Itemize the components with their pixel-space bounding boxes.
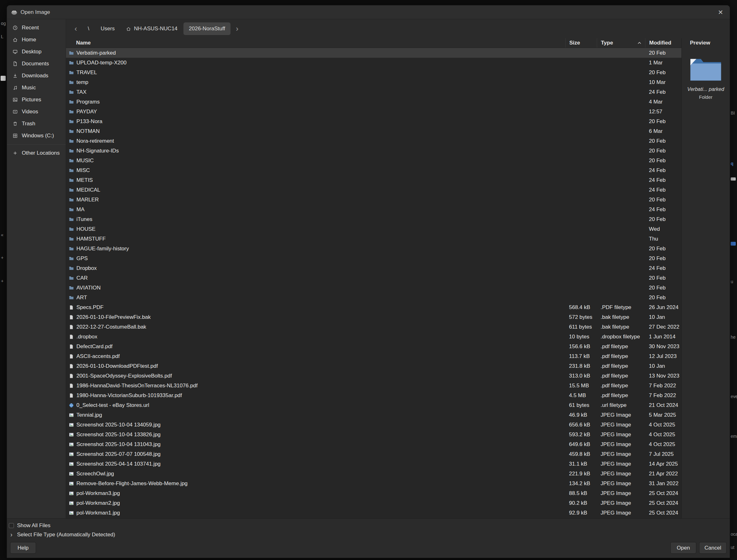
breadcrumb-users[interactable]: Users [95,22,120,35]
sidebar-item-music[interactable]: Music [7,82,66,94]
file-name: Tennial.jpg [76,412,102,418]
file-row[interactable]: pol-Workman3.jpg88.5 kBJPEG Image25 Oct … [66,488,681,498]
folder-icon [69,139,74,144]
file-row[interactable]: Verbatim-parked20 Feb [66,48,681,58]
file-row[interactable]: MARLER20 Feb [66,195,681,205]
file-row[interactable]: 1986-HannaDavid-ThesisOnTerraces-NL31076… [66,381,681,390]
file-modified: 30 Nov 2023 [645,342,681,351]
file-row[interactable]: Screenshot 2025-07-07 100548.jpg459.8 kB… [66,449,681,459]
file-row[interactable]: temp10 Mar [66,77,681,87]
column-header-modified[interactable]: Modified [645,38,681,48]
background-text-fragment: og [1,21,6,26]
file-row[interactable]: ScreechOwl.jpg221.9 kBJPEG Image21 Apr 2… [66,469,681,479]
file-row[interactable]: TRAVEL20 Feb [66,68,681,77]
file-row[interactable]: METIS24 Feb [66,175,681,185]
sidebar-item-home[interactable]: Home [7,34,66,46]
show-all-files-row[interactable]: Show All Files [9,521,727,530]
image-file-icon [69,510,74,515]
file-row[interactable]: HAGUE-family-history20 Feb [66,244,681,253]
file-row[interactable]: MEDICAL24 Feb [66,185,681,195]
file-size: 90.2 kB [565,498,597,508]
file-row[interactable]: ASCII-accents.pdf113.7 kB.pdf filetype12… [66,351,681,361]
file-name: Screenshot 2025-10-04 134059.jpg [76,422,161,428]
column-header-type[interactable]: Type [597,38,645,48]
file-row[interactable]: HAMSTUFFThu [66,234,681,244]
file-name-cell: Tennial.jpg [66,410,565,420]
file-row[interactable]: pol-Workman2.jpg90.2 kBJPEG Image25 Oct … [66,498,681,508]
file-name: 1986-HannaDavid-ThesisOnTerraces-NL31076… [76,383,198,389]
file-row[interactable]: P133-Nora20 Feb [66,116,681,126]
file-row[interactable]: 2026-01-10-FilePreviewFix.bak572 bytes.b… [66,312,681,322]
show-all-files-checkbox[interactable] [9,523,14,528]
sidebar-item-other-locations[interactable]: Other Locations [7,147,66,159]
file-name: MA [76,206,85,213]
file-row[interactable]: DefectCard.pdf156.6 kB.pdf filetype30 No… [66,342,681,351]
column-header-name[interactable]: Name [66,38,565,48]
file-row[interactable]: TAX24 Feb [66,87,681,97]
sidebar-item-windows-c[interactable]: Windows (C:) [7,130,66,142]
sidebar-item-videos[interactable]: Videos [7,106,66,118]
file-type-expander[interactable]: › Select File Type (Automatically Detect… [9,530,727,539]
file-row[interactable]: Screenshot 2025-10-04 133826.jpg593.2 kB… [66,430,681,439]
folder-icon [69,295,74,300]
document-icon [13,61,18,66]
file-row[interactable]: Screenshot 2025-10-04 131043.jpg649.6 kB… [66,439,681,449]
file-row[interactable]: AVIATION20 Feb [66,283,681,293]
file-row[interactable]: Dropbox24 Feb [66,263,681,273]
sidebar-item-pictures[interactable]: Pictures [7,94,66,106]
file-row[interactable]: Screenshot 2025-04-14 103741.jpg31.1 kBJ… [66,459,681,469]
sidebar-item-recent[interactable]: Recent [7,22,66,34]
file-row[interactable]: 1980-Hanna-VictorianSuburb-1019335ar.pdf… [66,390,681,400]
file-size: 88.5 kB [565,488,597,498]
file-row[interactable]: 2026-01-10-DownloadPDFtest.pdf231.8 kB.p… [66,361,681,371]
dialog-titlebar[interactable]: Open Image ✕ [7,5,730,19]
file-row[interactable]: GPS20 Feb [66,253,681,263]
file-modified: 13 Nov 2023 [645,371,681,381]
open-button[interactable]: Open [670,542,696,554]
file-row[interactable]: CAR20 Feb [66,273,681,283]
file-row[interactable]: PAYDAY12:57 [66,107,681,116]
file-name-cell: Screenshot 2025-07-07 100548.jpg [66,449,565,459]
sidebar-item-trash[interactable]: Trash [7,118,66,130]
file-name: HAGUE-family-history [76,246,129,252]
file-row[interactable]: 2001-SpaceOdyssey-ExplosiveBolts.pdf313.… [66,371,681,381]
column-header-type-label: Type [601,40,613,46]
file-row[interactable]: Nora-retirement20 Feb [66,136,681,146]
breadcrumb-root[interactable]: \ [82,22,95,35]
file-row[interactable]: NOTMAN6 Mar [66,126,681,136]
file-row[interactable]: UPLOAD-temp-X2001 Mar [66,58,681,68]
file-row[interactable]: Programs4 Mar [66,97,681,107]
file-row[interactable]: MUSIC20 Feb [66,156,681,165]
file-row[interactable]: 0_Select-test - eBay Stores.url61 bytes.… [66,400,681,410]
file-row[interactable]: NH-Signature-IDs20 Feb [66,146,681,156]
file-type: JPEG Image [597,479,645,488]
file-row[interactable]: Remove-Before-Flight-James-Webb-Meme.jpg… [66,479,681,488]
file-row[interactable]: Screenshot 2025-10-04 134059.jpg656.6 kB… [66,420,681,430]
file-type: JPEG Image [597,488,645,498]
file-row[interactable]: Specs.PDF568.4 kB.PDF filetype26 Jun 202… [66,302,681,312]
file-row[interactable]: Tennial.jpg46.9 kBJPEG Image5 Mar 2025 [66,410,681,420]
close-button[interactable]: ✕ [715,7,726,18]
file-size [565,214,597,224]
breadcrumb-2026-norastuff[interactable]: 2026-NoraStuff [183,22,230,35]
file-row[interactable]: iTunes20 Feb [66,214,681,224]
column-header-size[interactable]: Size [565,38,597,48]
cancel-button[interactable]: Cancel [699,542,727,554]
path-scroll-left-button[interactable]: ‹ [70,22,82,35]
file-type: JPEG Image [597,430,645,439]
file-row[interactable]: pol-Workman1.jpg92.9 kBJPEG Image25 Oct … [66,508,681,518]
help-button[interactable]: Help [10,542,36,554]
file-row[interactable]: MISC24 Feb [66,165,681,175]
file-row[interactable]: 2022-12-27-CostumeBall.bak611 bytes.bak … [66,322,681,332]
breadcrumb-nh-asus-nuc14[interactable]: NH-ASUS-NUC14 [121,22,183,35]
file-modified: 10 Jan [645,361,681,371]
path-scroll-right-button[interactable]: › [231,22,243,35]
sidebar-item-label: Desktop [22,49,41,55]
sidebar-item-desktop[interactable]: Desktop [7,46,66,58]
file-row[interactable]: ART20 Feb [66,293,681,302]
sidebar-item-downloads[interactable]: Downloads [7,70,66,82]
file-row[interactable]: .dropbox10 bytes.dropbox filetype1 Jun 2… [66,332,681,342]
sidebar-item-documents[interactable]: Documents [7,58,66,70]
file-row[interactable]: MA24 Feb [66,205,681,214]
file-row[interactable]: HOUSEWed [66,224,681,234]
